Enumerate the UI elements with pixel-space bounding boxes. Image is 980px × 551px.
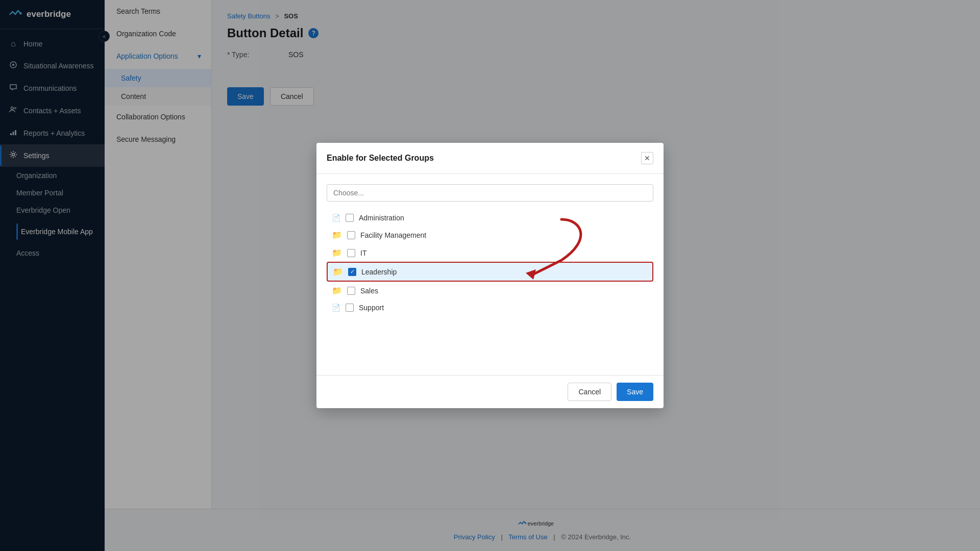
modal-cancel-button[interactable]: Cancel (568, 383, 611, 401)
modal-overlay[interactable]: Enable for Selected Groups ✕ 📄 Administr… (0, 0, 980, 551)
modal-footer: Cancel Save (316, 375, 664, 408)
group-item-sales: 📁 Sales (327, 282, 653, 299)
facility-management-checkbox[interactable] (347, 231, 355, 239)
administration-label: Administration (359, 214, 404, 222)
group-item-facility-management: 📁 Facility Management (327, 226, 653, 244)
modal-close-button[interactable]: ✕ (641, 152, 653, 164)
modal-save-button[interactable]: Save (617, 383, 653, 401)
sales-folder-icon: 📁 (332, 286, 342, 295)
leadership-checkbox[interactable] (348, 268, 356, 276)
modal-header: Enable for Selected Groups ✕ (316, 143, 664, 174)
it-checkbox[interactable] (347, 249, 355, 257)
administration-doc-icon: 📄 (332, 214, 340, 222)
leadership-label: Leadership (361, 268, 397, 276)
it-folder-icon: 📁 (332, 248, 342, 258)
support-doc-icon: 📄 (332, 304, 340, 312)
modal-dialog: Enable for Selected Groups ✕ 📄 Administr… (316, 143, 664, 408)
modal-search-input[interactable] (327, 184, 653, 202)
facility-management-label: Facility Management (360, 231, 426, 239)
group-item-leadership: 📁 Leadership (327, 262, 653, 282)
group-item-administration: 📄 Administration (327, 210, 653, 226)
modal-title: Enable for Selected Groups (327, 154, 434, 163)
it-label: IT (360, 249, 366, 257)
support-label: Support (359, 304, 384, 312)
facility-management-folder-icon: 📁 (332, 230, 342, 240)
group-item-support: 📄 Support (327, 299, 653, 316)
modal-body: 📄 Administration 📁 Facility Management 📁… (316, 174, 664, 375)
sales-checkbox[interactable] (347, 287, 355, 295)
group-item-it: 📁 IT (327, 244, 653, 262)
leadership-folder-icon: 📁 (333, 267, 343, 277)
support-checkbox[interactable] (346, 304, 354, 312)
administration-checkbox[interactable] (346, 214, 354, 222)
sales-label: Sales (360, 287, 378, 295)
